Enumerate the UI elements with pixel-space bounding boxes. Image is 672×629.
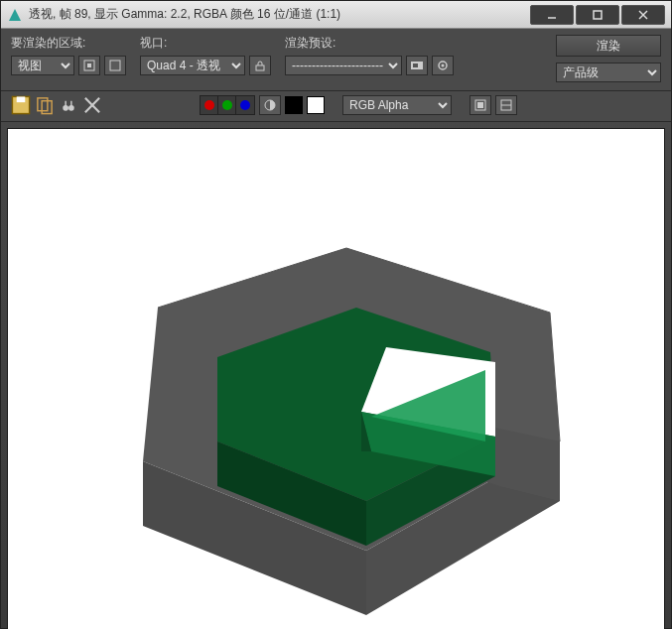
viewport-group: 视口: Quad 4 - 透视 (140, 35, 271, 75)
render-window: 透视, 帧 89, 显示 Gamma: 2.2, RGBA 颜色 16 位/通道… (0, 0, 672, 629)
green-channel-button[interactable] (218, 96, 236, 114)
scene-button[interactable] (406, 56, 428, 75)
preset-select[interactable]: ------------------------ (285, 56, 402, 75)
maximize-button[interactable] (576, 5, 619, 25)
svg-rect-14 (17, 96, 26, 102)
clear-icon[interactable] (82, 95, 102, 115)
viewport-select[interactable]: Quad 4 - 透视 (140, 56, 245, 75)
preset-group: 渲染预设: ------------------------ (285, 35, 454, 75)
close-button[interactable] (621, 5, 665, 25)
svg-rect-10 (413, 63, 418, 67)
white-swatch[interactable] (307, 96, 325, 114)
black-swatch[interactable] (285, 96, 303, 114)
mono-button[interactable] (259, 95, 281, 115)
clone-icon[interactable] (59, 95, 78, 115)
svg-rect-7 (110, 61, 120, 70)
region-frame-button[interactable] (104, 56, 126, 75)
window-title: 透视, 帧 89, 显示 Gamma: 2.2, RGBA 颜色 16 位/通道… (29, 6, 530, 23)
lock-button[interactable] (249, 56, 271, 75)
titlebar: 透视, 帧 89, 显示 Gamma: 2.2, RGBA 颜色 16 位/通道… (1, 1, 671, 29)
blue-channel-button[interactable] (236, 96, 254, 114)
toolbar-top: 要渲染的区域: 视图 视口: Quad 4 - 透视 渲染预设: -------… (1, 29, 671, 91)
window-controls (530, 5, 665, 25)
save-icon[interactable] (11, 95, 31, 115)
green-dot-icon (222, 100, 232, 110)
svg-rect-6 (87, 63, 91, 67)
red-dot-icon (204, 100, 214, 110)
viewport-label: 视口: (140, 35, 271, 52)
render-group: 渲染 产品级 (556, 35, 661, 82)
overlay-button[interactable] (470, 95, 491, 115)
settings-button[interactable] (432, 56, 454, 75)
channel-select[interactable]: RGB Alpha (342, 95, 452, 115)
svg-rect-25 (477, 102, 483, 108)
render-viewport (7, 128, 665, 629)
area-label: 要渲染的区域: (11, 35, 126, 52)
toggle-overlay-button[interactable] (495, 95, 517, 115)
preset-label: 渲染预设: (285, 35, 454, 52)
app-icon (7, 7, 23, 23)
render-image (29, 134, 644, 629)
copy-icon[interactable] (35, 95, 55, 115)
minimize-button[interactable] (530, 5, 574, 25)
toolbar-bottom: RGB Alpha (1, 91, 671, 122)
svg-rect-2 (594, 11, 602, 19)
blue-dot-icon (240, 100, 250, 110)
svg-marker-0 (9, 9, 21, 21)
area-select[interactable]: 视图 (11, 56, 74, 75)
rgb-channels (200, 95, 255, 115)
svg-point-12 (442, 64, 445, 67)
svg-rect-15 (38, 98, 48, 111)
quality-select[interactable]: 产品级 (556, 63, 661, 82)
render-button[interactable]: 渲染 (556, 35, 661, 57)
svg-rect-8 (256, 65, 264, 70)
area-group: 要渲染的区域: 视图 (11, 35, 126, 75)
red-channel-button[interactable] (201, 96, 218, 114)
region-capture-button[interactable] (78, 56, 100, 75)
